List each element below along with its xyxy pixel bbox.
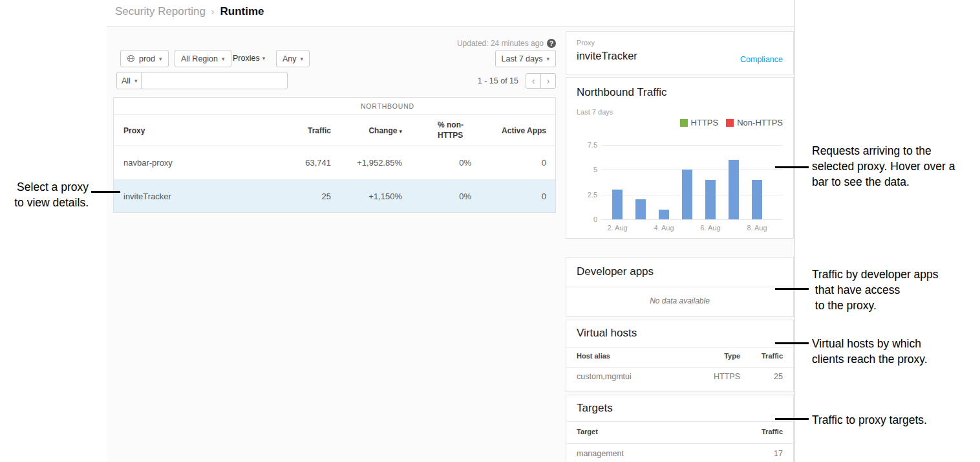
chevron-down-icon: ▾ xyxy=(301,56,304,62)
annotation-connector-line xyxy=(775,166,809,168)
cell-proxy-name: navbar-proxy xyxy=(114,158,279,168)
help-icon[interactable]: ? xyxy=(547,39,556,48)
proxy-table-row[interactable]: inviteTracker 25 +1,150% 0% 0 xyxy=(114,179,555,212)
annotation-line: Traffic to proxy targets. xyxy=(812,412,927,428)
column-header-non-https[interactable]: % non-HTTPS xyxy=(405,120,474,140)
column-header-traffic[interactable]: Traffic xyxy=(279,126,334,135)
annotation-line: Virtual hosts by which xyxy=(812,336,928,351)
chart-y-tick-label: 5 xyxy=(593,166,597,173)
legend-non-https-label: Non-HTTPS xyxy=(737,118,783,127)
annotation-line: Traffic by developer apps xyxy=(812,267,939,282)
cell-non-https: 0% xyxy=(405,158,474,168)
chart-subtitle: Last 7 days xyxy=(577,108,613,116)
annotation-connector-line xyxy=(775,418,809,420)
page-title: Runtime xyxy=(220,5,264,18)
environment-dropdown[interactable]: prod ▾ xyxy=(120,50,169,67)
chart-bar[interactable] xyxy=(682,170,692,219)
section-divider xyxy=(566,287,793,287)
cell-traffic: 17 xyxy=(740,449,783,458)
no-data-message: No data available xyxy=(566,296,793,305)
column-header-type: Type xyxy=(688,352,740,360)
selected-proxy-name: inviteTracker xyxy=(577,50,637,62)
chart-plot: 2. Aug4. Aug6. Aug8. Aug xyxy=(602,145,783,219)
chart-bar-slot xyxy=(676,145,699,219)
column-header-change-label: Change xyxy=(368,126,397,135)
chart-bar[interactable] xyxy=(705,180,716,219)
date-range-dropdown[interactable]: Last 7 days ▾ xyxy=(495,50,556,67)
chart-x-tick-label: 4. Aug xyxy=(652,224,676,232)
annotation-line: bar to see the data. xyxy=(812,174,955,190)
cell-non-https: 0% xyxy=(405,192,474,201)
cell-active-apps: 0 xyxy=(474,158,555,168)
targets-header-row: Target Traffic xyxy=(577,428,783,435)
pagination-prev-button[interactable]: ‹ xyxy=(526,73,541,89)
developer-apps-card: Developer apps No data available xyxy=(566,257,794,317)
chart-x-tick-label xyxy=(722,224,745,232)
cell-traffic: 25 xyxy=(279,192,334,201)
date-range-label: Last 7 days xyxy=(502,54,543,63)
proxy-table-row[interactable]: navbar-proxy 63,741 +1,952.85% 0% 0 xyxy=(114,146,555,179)
chart-bars xyxy=(606,145,769,219)
annotation-line: selected proxy. Hover over a xyxy=(812,159,955,174)
targets-card: Targets Target Traffic management 17 xyxy=(566,395,794,462)
cell-active-apps: 0 xyxy=(474,192,555,201)
environment-label: prod xyxy=(139,54,155,63)
chart-bar[interactable] xyxy=(612,190,623,219)
annotation-line: that have access xyxy=(812,282,939,298)
proxies-dropdown[interactable]: Proxies ▾ xyxy=(233,54,265,63)
updated-status: Updated: 24 minutes ago ? xyxy=(457,39,556,48)
row-divider xyxy=(566,367,793,368)
column-header-host-alias: Host alias xyxy=(577,352,688,360)
globe-icon xyxy=(127,54,135,63)
chart-bar[interactable] xyxy=(659,210,669,219)
proxy-table: NORTHBOUND Proxy Traffic Change▾ % non-H… xyxy=(113,97,556,213)
annotation-connector-line xyxy=(91,191,120,193)
proxies-label: Proxies xyxy=(233,54,260,63)
column-header-change[interactable]: Change▾ xyxy=(334,126,405,135)
chevron-down-icon: ▾ xyxy=(222,56,225,62)
region-label: All Region xyxy=(181,54,218,63)
sort-descending-icon: ▾ xyxy=(399,128,402,135)
region-dropdown[interactable]: All Region ▾ xyxy=(175,50,231,67)
chart-bar-slot xyxy=(722,145,745,219)
table-group-header: NORTHBOUND xyxy=(114,98,555,115)
row-divider xyxy=(566,443,793,444)
compliance-link[interactable]: Compliance xyxy=(740,55,783,64)
breadcrumb-chevron-icon: › xyxy=(211,6,215,17)
column-header-proxy[interactable]: Proxy xyxy=(114,126,279,135)
chart-x-tick-label xyxy=(676,224,699,232)
proxy-detail-header-card: Proxy inviteTracker Compliance xyxy=(566,31,794,74)
any-filter-dropdown[interactable]: Any ▾ xyxy=(276,50,310,67)
legend-item-non-https: Non-HTTPS xyxy=(726,118,783,127)
search-scope-label: All xyxy=(122,76,131,85)
northbound-traffic-card: Northbound Traffic Last 7 days HTTPS Non… xyxy=(566,77,794,239)
chart-y-tick-label: 7.5 xyxy=(588,141,597,149)
breadcrumb-section[interactable]: Security Reporting xyxy=(115,5,206,18)
chart-x-axis: 2. Aug4. Aug6. Aug8. Aug xyxy=(606,224,769,232)
chart-bar[interactable] xyxy=(635,199,646,219)
updated-text: Updated: 24 minutes ago xyxy=(457,39,544,48)
pagination-next-button[interactable]: › xyxy=(540,73,556,89)
cell-traffic: 63,741 xyxy=(279,158,334,168)
chart-y-tick-label: 0 xyxy=(593,215,597,223)
column-header-active-apps[interactable]: Active Apps xyxy=(474,126,555,135)
chart-x-tick-label xyxy=(629,224,652,232)
legend-non-https-swatch xyxy=(726,119,734,127)
chart-y-axis: 7.552.50 xyxy=(579,145,597,219)
virtual-host-row[interactable]: custom,mgmtui HTTPS 25 xyxy=(577,372,783,381)
annotation-connector-line xyxy=(775,288,809,290)
search-scope-dropdown[interactable]: All ▾ xyxy=(116,72,142,89)
search-input[interactable] xyxy=(141,72,288,89)
virtual-hosts-title: Virtual hosts xyxy=(577,327,637,340)
chart-x-tick-label: 8. Aug xyxy=(745,224,769,232)
annotation-select-proxy: Select a proxy to view details. xyxy=(0,179,89,210)
virtual-hosts-header-row: Host alias Type Traffic xyxy=(577,352,783,360)
any-filter-label: Any xyxy=(282,54,297,63)
column-header-traffic: Traffic xyxy=(740,352,783,360)
target-row[interactable]: management 17 xyxy=(577,449,783,458)
chart-bar[interactable] xyxy=(752,180,762,219)
annotation-line: clients reach the proxy. xyxy=(812,351,928,367)
chart-bar[interactable] xyxy=(729,160,739,219)
virtual-hosts-card: Virtual hosts Host alias Type Traffic cu… xyxy=(566,320,794,392)
column-header-traffic: Traffic xyxy=(740,428,783,435)
